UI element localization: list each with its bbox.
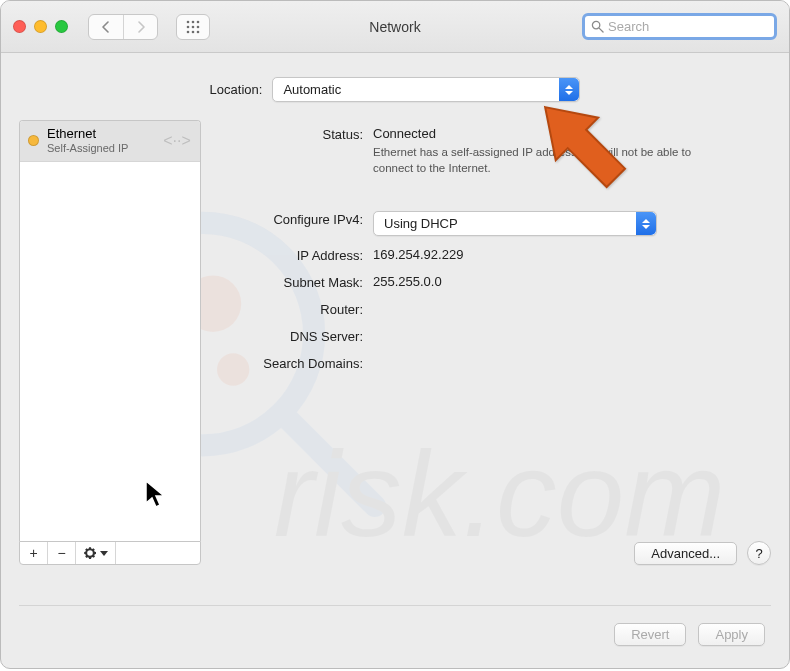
svg-point-15 <box>592 21 599 28</box>
add-service-button[interactable]: + <box>20 542 48 564</box>
dns-server-label: DNS Server: <box>217 326 373 344</box>
help-button[interactable]: ? <box>747 541 771 565</box>
forward-button[interactable] <box>123 15 157 39</box>
window-controls[interactable] <box>13 20 68 33</box>
configure-ipv4-popup[interactable]: Using DHCP <box>373 211 657 236</box>
location-popup[interactable]: Automatic <box>272 77 580 102</box>
location-label: Location: <box>210 82 263 97</box>
apply-button[interactable]: Apply <box>698 623 765 646</box>
configure-ipv4-value: Using DHCP <box>374 216 636 231</box>
search-icon <box>591 20 604 33</box>
service-item-ethernet[interactable]: Ethernet Self-Assigned IP <··> <box>20 121 200 162</box>
chevron-updown-icon <box>559 78 579 101</box>
svg-point-8 <box>197 20 200 23</box>
divider <box>19 605 771 606</box>
router-label: Router: <box>217 299 373 317</box>
revert-button[interactable]: Revert <box>614 623 686 646</box>
search-input[interactable] <box>608 19 768 34</box>
svg-text:<··>: <··> <box>163 132 191 149</box>
service-list[interactable]: Ethernet Self-Assigned IP <··> <box>19 120 201 541</box>
back-button[interactable] <box>89 15 123 39</box>
search-domains-label: Search Domains: <box>217 353 373 371</box>
subnet-mask-value: 255.255.0.0 <box>373 272 771 289</box>
ethernet-icon: <··> <box>162 130 192 152</box>
svg-point-12 <box>187 30 190 33</box>
configure-ipv4-label: Configure IPv4: <box>217 209 373 227</box>
service-name: Ethernet <box>47 127 128 142</box>
router-value <box>373 299 771 301</box>
svg-point-14 <box>197 30 200 33</box>
dns-server-value <box>373 326 771 328</box>
svg-point-7 <box>192 20 195 23</box>
svg-point-10 <box>192 25 195 28</box>
subnet-mask-label: Subnet Mask: <box>217 272 373 290</box>
remove-service-button[interactable]: − <box>48 542 76 564</box>
gear-icon <box>83 546 97 560</box>
minimize-icon[interactable] <box>34 20 47 33</box>
status-value: Connected <box>373 126 771 141</box>
search-domains-value <box>373 353 771 355</box>
ip-address-value: 169.254.92.229 <box>373 245 771 262</box>
chevron-down-icon <box>100 551 108 556</box>
location-value: Automatic <box>273 82 559 97</box>
nav-back-forward[interactable] <box>88 14 158 40</box>
svg-point-9 <box>187 25 190 28</box>
svg-point-6 <box>187 20 190 23</box>
svg-point-11 <box>197 25 200 28</box>
show-all-button[interactable] <box>176 14 210 40</box>
search-field[interactable] <box>582 13 777 40</box>
status-label: Status: <box>217 124 373 142</box>
status-description: Ethernet has a self-assigned IP address … <box>373 145 693 176</box>
svg-line-16 <box>599 28 603 32</box>
status-dot-icon <box>28 135 39 146</box>
chevron-updown-icon <box>636 212 656 235</box>
zoom-icon[interactable] <box>55 20 68 33</box>
ip-address-label: IP Address: <box>217 245 373 263</box>
service-status: Self-Assigned IP <box>47 142 128 155</box>
svg-point-13 <box>192 30 195 33</box>
close-icon[interactable] <box>13 20 26 33</box>
advanced-button[interactable]: Advanced... <box>634 542 737 565</box>
service-actions-menu[interactable] <box>76 542 116 564</box>
